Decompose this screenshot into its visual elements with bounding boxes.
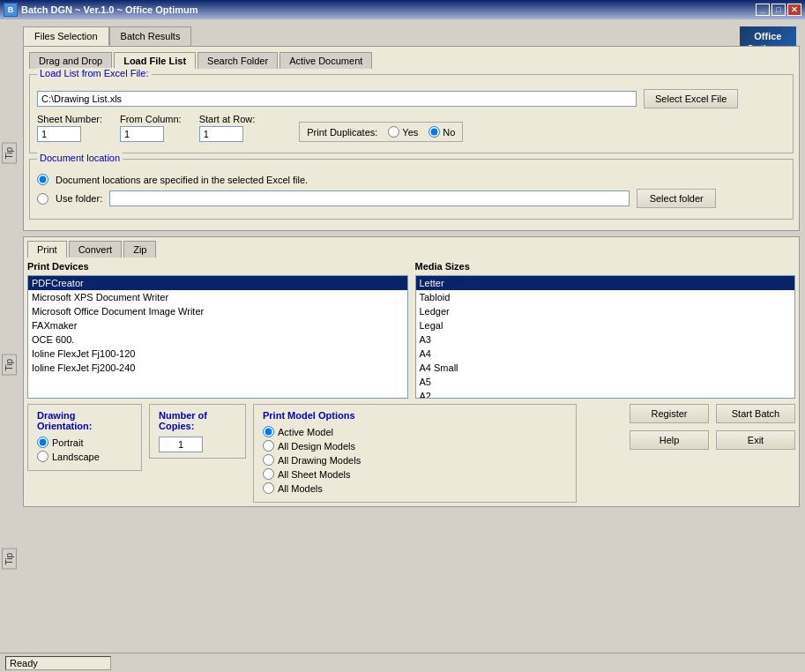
inner-tabs: Print Convert Zip: [27, 241, 795, 258]
status-resize-grip: [786, 656, 800, 670]
select-excel-file-button[interactable]: Select Excel File: [644, 89, 738, 108]
document-location-group: Document location Document locations are…: [29, 159, 794, 220]
media-sizes-title: Media Sizes: [415, 261, 796, 272]
doc-in-excel-radio[interactable]: [37, 174, 48, 185]
print-device-item[interactable]: Ioline FlexJet Fj100-120: [28, 347, 407, 361]
title-bar: B Batch DGN ~ Ver.1.0 ~ Office Optimum _…: [0, 0, 805, 19]
media-sizes-col: Media Sizes LetterTabloidLedgerLegalA3A4…: [415, 261, 796, 399]
copies-input[interactable]: [159, 437, 203, 452]
from-column-label: From Column:: [120, 114, 182, 124]
portrait-radio[interactable]: [37, 437, 48, 448]
maximize-button[interactable]: □: [771, 4, 786, 16]
print-duplicates-group: Print Duplicates: Yes No: [299, 122, 463, 142]
app-icon: B: [4, 3, 18, 17]
media-size-item[interactable]: Tabloid: [416, 290, 795, 304]
subtab-search-folder[interactable]: Search Folder: [198, 52, 278, 69]
start-at-row-label: Start at Row:: [199, 114, 256, 124]
from-column-input[interactable]: [120, 126, 164, 142]
media-size-item[interactable]: Ledger: [416, 304, 795, 318]
select-folder-button[interactable]: Select folder: [637, 189, 716, 208]
action-buttons: Register Start Batch Help Exit: [584, 404, 795, 450]
model-option-radio-3[interactable]: [263, 468, 274, 480]
files-selection-panel: Drag and Drop Load File List Search Fold…: [23, 46, 800, 231]
model-option-radio-2[interactable]: [263, 454, 274, 466]
print-devices-title: Print Devices: [27, 261, 408, 272]
folder-path-input[interactable]: [109, 190, 630, 206]
media-size-item[interactable]: A2: [416, 389, 795, 399]
media-size-item[interactable]: Legal: [416, 318, 795, 332]
status-text: Ready: [5, 656, 111, 670]
drawing-orientation-box: Drawing Orientation: Portrait Landscape: [27, 404, 142, 471]
print-dup-no-label: No: [443, 127, 455, 138]
register-button[interactable]: Register: [630, 404, 709, 423]
model-option-label-2: All Drawing Models: [278, 455, 361, 466]
print-devices-listbox[interactable]: PDFCreatorMicrosoft XPS Document WriterM…: [27, 275, 408, 399]
media-size-item[interactable]: A5: [416, 375, 795, 389]
model-option-radio-0[interactable]: [263, 426, 274, 437]
print-devices-col: Print Devices PDFCreatorMicrosoft XPS Do…: [27, 261, 408, 399]
sheet-number-input[interactable]: [37, 126, 81, 142]
minimize-button[interactable]: _: [756, 4, 770, 16]
print-dup-yes-radio[interactable]: [388, 126, 399, 138]
tip-label-1: Tip: [2, 143, 17, 164]
tab-batch-results[interactable]: Batch Results: [109, 26, 192, 46]
model-option-row: All Drawing Models: [263, 454, 567, 466]
model-options-title: Print Model Options: [263, 410, 567, 421]
excel-file-input[interactable]: [37, 91, 637, 107]
model-option-row: Active Model: [263, 426, 567, 437]
document-location-title: Document location: [37, 153, 123, 163]
print-device-item[interactable]: PDFCreator: [28, 276, 407, 290]
landscape-radio[interactable]: [37, 451, 48, 462]
tip-label-3: Tip: [2, 549, 17, 570]
bottom-controls: Drawing Orientation: Portrait Landscape …: [27, 404, 795, 503]
print-device-item[interactable]: Ioline FlexJet Fj200-240: [28, 361, 407, 375]
tab-files-selection[interactable]: Files Selection: [23, 26, 109, 46]
load-list-title: Load List from Excel File:: [37, 68, 152, 78]
help-button[interactable]: Help: [630, 430, 709, 450]
devices-media-row: Print Devices PDFCreatorMicrosoft XPS Do…: [27, 261, 795, 399]
subtab-load-file-list[interactable]: Load File List: [114, 52, 196, 69]
subtab-drag-drop[interactable]: Drag and Drop: [29, 52, 112, 69]
status-bar: Ready: [0, 653, 805, 672]
app-title: Batch DGN ~ Ver.1.0 ~ Office Optimum: [21, 4, 198, 15]
close-button[interactable]: ✕: [787, 4, 801, 16]
media-size-item[interactable]: A3: [416, 332, 795, 347]
doc-in-excel-label: Document locations are specified in the …: [56, 175, 308, 185]
print-dup-yes-label: Yes: [402, 127, 418, 138]
print-device-item[interactable]: Microsoft Office Document Image Writer: [28, 304, 407, 318]
start-batch-button[interactable]: Start Batch: [716, 404, 795, 423]
copies-title: Number of Copies:: [159, 410, 236, 431]
print-device-item[interactable]: FAXmaker: [28, 318, 407, 332]
bottom-section: Print Convert Zip Print Devices PDFCreat…: [23, 236, 800, 507]
inner-tab-convert[interactable]: Convert: [69, 241, 123, 258]
main-tabs: Files Selection Batch Results: [23, 26, 800, 46]
model-option-row: All Models: [263, 482, 567, 494]
model-option-label-0: Active Model: [278, 427, 333, 437]
model-option-label-3: All Sheet Models: [278, 469, 351, 480]
model-option-label-4: All Models: [278, 483, 323, 494]
media-size-item[interactable]: A4 Small: [416, 361, 795, 375]
print-duplicates-label: Print Duplicates:: [307, 127, 377, 138]
print-dup-no-radio[interactable]: [429, 126, 440, 138]
portrait-label: Portrait: [52, 437, 83, 448]
media-size-item[interactable]: A4: [416, 347, 795, 361]
exit-button[interactable]: Exit: [716, 430, 795, 450]
inner-tab-zip[interactable]: Zip: [123, 241, 156, 258]
print-device-item[interactable]: Microsoft XPS Document Writer: [28, 290, 407, 304]
print-device-item[interactable]: OCE 600.: [28, 332, 407, 347]
model-option-row: All Sheet Models: [263, 468, 567, 480]
orientation-title: Drawing Orientation:: [37, 410, 132, 431]
start-at-row-input[interactable]: [199, 126, 243, 142]
load-list-group: Load List from Excel File: Select Excel …: [29, 74, 794, 153]
model-options-box: Print Model Options Active ModelAll Desi…: [253, 404, 577, 503]
sub-tabs: Drag and Drop Load File List Search Fold…: [29, 52, 794, 69]
sheet-number-label: Sheet Number:: [37, 114, 102, 124]
landscape-label: Landscape: [52, 452, 100, 462]
media-sizes-listbox[interactable]: LetterTabloidLedgerLegalA3A4A4 SmallA5A2…: [415, 275, 796, 399]
subtab-active-document[interactable]: Active Document: [280, 52, 372, 69]
media-size-item[interactable]: Letter: [416, 276, 795, 290]
model-option-radio-4[interactable]: [263, 482, 274, 494]
model-option-radio-1[interactable]: [263, 440, 274, 452]
inner-tab-print[interactable]: Print: [27, 241, 67, 258]
use-folder-radio[interactable]: [37, 193, 48, 205]
